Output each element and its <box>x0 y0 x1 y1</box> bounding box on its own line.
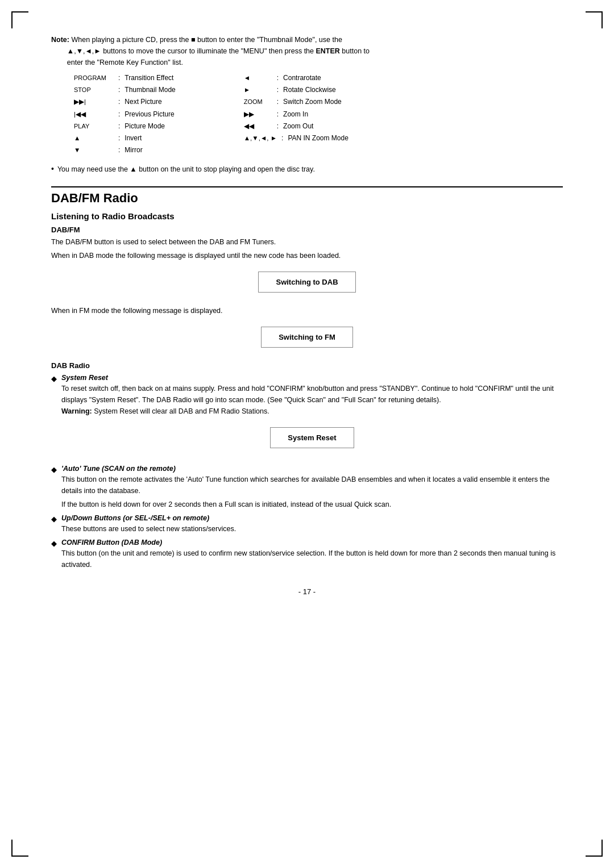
dab-radio-label: DAB Radio <box>51 361 563 370</box>
key-col-left: PROGRAM : Transition Effect STOP : Thumb… <box>74 73 176 156</box>
updown-bullet: ◆ Up/Down Buttons (or SEL-/SEL+ on remot… <box>51 514 563 535</box>
note-section: Note: When playing a picture CD, press t… <box>51 34 563 175</box>
bullet-dot: • <box>51 164 54 175</box>
key-row: PLAY : Picture Mode <box>74 121 176 132</box>
key-row: ◄ : Contrarotate <box>244 73 349 84</box>
confirm-bullet: ◆ CONFIRM Button (DAB Mode) This button … <box>51 538 563 570</box>
key-row: ► : Rotate Clockwise <box>244 85 349 95</box>
confirm-body: This button (on the unit and remote) is … <box>61 548 563 570</box>
bullet-note: • You may need use the ▲ button on the u… <box>51 164 563 175</box>
key-row: ▲,▼,◄, ► : PAN IN Zoom Mode <box>244 133 349 144</box>
key-row: ◀◀ : Zoom Out <box>244 121 349 132</box>
switching-fm-box: Switching to FM <box>261 327 353 348</box>
key-row: PROGRAM : Transition Effect <box>74 73 176 84</box>
warning-label: Warning: <box>61 407 92 415</box>
key-row: ▼ : Mirror <box>74 145 176 156</box>
switching-dab-container: Switching to DAB <box>51 266 563 298</box>
system-reset-title: System Reset <box>61 374 108 382</box>
key-row: ▶▶| : Next Picture <box>74 97 176 107</box>
auto-tune-body-1: This button on the remote activates the … <box>61 474 563 496</box>
corner-mark-bl <box>11 840 28 857</box>
note-enter-bold: ENTER <box>316 47 340 55</box>
warning-text-content: System Reset will clear all DAB and FM R… <box>94 407 269 415</box>
note-text-1: When playing a picture CD, press the ■ b… <box>51 36 370 66</box>
fm-mode-text: When in FM mode the following message is… <box>51 305 563 316</box>
switching-dab-box: Switching to DAB <box>258 272 355 293</box>
section-divider <box>51 186 563 187</box>
dab-fm-label: DAB/FM <box>51 226 563 234</box>
diamond-bullet-4: ◆ <box>51 538 57 549</box>
corner-mark-tr <box>586 11 603 28</box>
key-table: PROGRAM : Transition Effect STOP : Thumb… <box>74 73 563 156</box>
section-title: DAB/FM Radio <box>51 191 563 206</box>
system-reset-body: To reset switch off, then back on at mai… <box>61 383 563 417</box>
system-reset-box-container: System Reset <box>61 422 563 454</box>
bullet-note-text: You may need use the ▲ button on the uni… <box>57 164 315 175</box>
note-label: Note: <box>51 36 69 44</box>
system-reset-box: System Reset <box>270 427 354 448</box>
key-col-right: ◄ : Contrarotate ► : Rotate Clockwise ZO… <box>244 73 349 156</box>
page-container: Note: When playing a picture CD, press t… <box>0 0 614 868</box>
diamond-bullet-2: ◆ <box>51 464 57 475</box>
dab-fm-text-2: When in DAB mode the following message i… <box>51 250 563 261</box>
confirm-content: CONFIRM Button (DAB Mode) This button (o… <box>61 538 563 570</box>
key-row: STOP : Thumbnail Mode <box>74 85 176 95</box>
auto-tune-bullet: ◆ 'Auto' Tune (SCAN on the remote) This … <box>51 464 563 510</box>
auto-tune-content: 'Auto' Tune (SCAN on the remote) This bu… <box>61 464 563 510</box>
corner-mark-br <box>586 840 603 857</box>
auto-tune-body: This button on the remote activates the … <box>61 474 563 510</box>
corner-mark-tl <box>11 11 28 28</box>
system-reset-content: System Reset To reset switch off, then b… <box>61 373 563 461</box>
diamond-bullet-3: ◆ <box>51 514 57 525</box>
key-row: ▶▶ : Zoom In <box>244 109 349 120</box>
diamond-bullet-1: ◆ <box>51 373 57 385</box>
updown-content: Up/Down Buttons (or SEL-/SEL+ on remote)… <box>61 514 563 535</box>
key-row: ▲ : Invert <box>74 133 176 144</box>
sub-section-title: Listening to Radio Broadcasts <box>51 211 563 221</box>
key-row: ZOOM : Switch Zoom Mode <box>244 97 349 107</box>
auto-tune-title: 'Auto' Tune (SCAN on the remote) <box>61 465 176 473</box>
auto-tune-body-2: If the button is held down for over 2 se… <box>61 499 563 510</box>
confirm-title: CONFIRM Button (DAB Mode) <box>61 539 162 546</box>
updown-body: These buttons are used to select new sta… <box>61 523 563 535</box>
key-row: |◀◀ : Previous Picture <box>74 109 176 120</box>
switching-fm-container: Switching to FM <box>51 321 563 353</box>
dab-fm-text-1: The DAB/FM button is used to select betw… <box>51 236 563 248</box>
updown-title: Up/Down Buttons (or SEL-/SEL+ on remote) <box>61 514 209 522</box>
page-number: - 17 - <box>51 587 563 596</box>
system-reset-bullet: ◆ System Reset To reset switch off, then… <box>51 373 563 461</box>
